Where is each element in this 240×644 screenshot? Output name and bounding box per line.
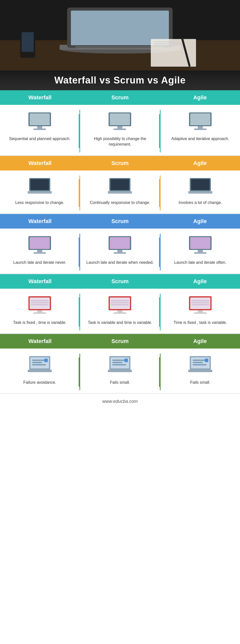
icon-row3-2	[188, 236, 213, 255]
header-col-row2-1: Scrum	[80, 156, 160, 170]
svg-rect-57	[111, 300, 129, 301]
content-col-row2-0: Less responsive to change.	[0, 176, 80, 210]
hero-image	[0, 0, 240, 70]
content-col-row1-0: Sequential and planned approach.	[0, 110, 80, 152]
icon-row2-0	[27, 178, 52, 195]
section-header-row3: WaterfallScrumAgile	[0, 214, 240, 229]
icon-row2-1	[107, 178, 132, 195]
header-col-row1-2: Agile	[160, 90, 240, 105]
text-row5-1: Fails small.	[110, 380, 130, 385]
header-col-row1-1: Scrum	[80, 90, 160, 105]
header-col-row3-2: Agile	[160, 214, 240, 229]
icon-row3-1	[107, 236, 132, 255]
content-col-row3-1: Launch late and iterate when needed.	[80, 234, 160, 270]
svg-rect-79	[112, 362, 122, 363]
content-col-row1-1: High possibility to change the requireme…	[80, 110, 160, 152]
icon-row2-2	[188, 178, 213, 195]
content-col-row2-2: Involves a lot of change.	[161, 176, 240, 210]
svg-rect-25	[198, 126, 203, 128]
section-header-row4: WaterfallScrumAgile	[0, 274, 240, 289]
svg-rect-65	[191, 302, 209, 303]
svg-rect-74	[44, 359, 48, 362]
text-row3-1: Launch late and iterate when needed.	[86, 260, 154, 265]
svg-rect-46	[198, 250, 203, 252]
text-row4-2: Time is fixed , task is variable.	[173, 320, 227, 325]
svg-rect-88	[205, 359, 208, 362]
text-row3-0: Launch late and iterate never.	[13, 260, 66, 265]
header-col-row5-1: Scrum	[80, 334, 160, 349]
content-col-row5-2: Fails small.	[161, 354, 240, 390]
section-header-row1: WaterfallScrumAgile	[0, 90, 240, 105]
svg-rect-72	[32, 362, 42, 363]
svg-rect-59	[111, 304, 129, 305]
icon-row1-1	[107, 112, 132, 132]
footer: www.educba.com	[0, 394, 240, 408]
svg-rect-87	[193, 364, 207, 365]
content-row-row2: Less responsive to change. Continually r…	[0, 170, 240, 213]
svg-rect-52	[31, 304, 49, 305]
text-row4-1: Task is variable and time is variable.	[88, 320, 152, 325]
svg-rect-34	[191, 179, 210, 190]
svg-rect-18	[33, 128, 46, 130]
svg-rect-39	[33, 252, 46, 254]
svg-rect-61	[114, 312, 126, 314]
svg-rect-85	[193, 360, 205, 361]
section-row1: WaterfallScrumAgile Sequential and plann…	[0, 90, 240, 156]
svg-rect-67	[198, 310, 203, 312]
icon-row1-2	[188, 112, 213, 132]
svg-rect-51	[31, 302, 49, 303]
page-title: Waterfall vs Scrum vs Agile	[0, 75, 240, 86]
svg-rect-42	[117, 250, 122, 252]
svg-rect-78	[112, 360, 125, 361]
header-col-row5-0: Waterfall	[0, 334, 80, 349]
header-col-row4-2: Agile	[160, 274, 240, 289]
header-col-row2-0: Waterfall	[0, 156, 80, 170]
svg-rect-22	[114, 128, 126, 130]
svg-rect-38	[37, 250, 42, 252]
header-col-row5-2: Agile	[160, 334, 240, 349]
svg-rect-54	[33, 312, 46, 314]
text-row5-2: Fails small.	[190, 380, 210, 385]
icon-row5-2	[188, 356, 213, 375]
svg-rect-32	[108, 191, 132, 194]
content-col-row5-0: Failure avoidance.	[0, 354, 80, 390]
content-col-row2-1: Continually responsive to change.	[80, 176, 160, 210]
text-row2-1: Continually responsive to change.	[90, 200, 150, 205]
content-col-row1-2: Adaptive and iterative approach.	[161, 110, 240, 152]
svg-rect-7	[78, 48, 161, 49]
icon-row1-0	[27, 112, 52, 132]
header-col-row4-1: Scrum	[80, 274, 160, 289]
svg-rect-6	[75, 47, 163, 47]
svg-rect-82	[108, 370, 132, 372]
svg-rect-73	[32, 364, 46, 365]
section-row3: WaterfallScrumAgile Launch late and iter…	[0, 214, 240, 274]
content-col-row3-2: Launch late and iterate often.	[161, 234, 240, 270]
svg-rect-28	[30, 179, 49, 190]
footer-url: www.educba.com	[102, 399, 138, 404]
icon-row4-0	[27, 296, 52, 315]
text-row2-0: Less responsive to change.	[15, 200, 64, 205]
svg-rect-9	[153, 41, 173, 42]
svg-rect-17	[37, 126, 42, 128]
content-col-row5-1: Fails small.	[80, 354, 160, 390]
svg-rect-31	[111, 179, 129, 190]
icon-row5-1	[107, 356, 132, 375]
text-row1-0: Sequential and planned approach.	[9, 136, 70, 142]
section-row4: WaterfallScrumAgile Task is fixed , time…	[0, 274, 240, 334]
svg-rect-20	[110, 113, 130, 125]
icon-row5-0	[27, 356, 52, 375]
text-row3-2: Launch late and iterate often.	[174, 260, 226, 265]
header-col-row4-0: Waterfall	[0, 274, 80, 289]
svg-rect-50	[31, 300, 49, 301]
svg-rect-60	[117, 310, 122, 312]
content-col-row4-2: Time is fixed , task is variable.	[161, 294, 240, 330]
svg-rect-89	[188, 370, 212, 372]
svg-rect-75	[28, 370, 52, 372]
icon-row3-0	[27, 236, 52, 255]
text-row5-0: Failure avoidance.	[23, 380, 56, 385]
svg-rect-80	[112, 364, 126, 365]
svg-rect-86	[193, 362, 203, 363]
svg-rect-10	[153, 44, 183, 44]
svg-rect-14	[22, 32, 34, 52]
svg-rect-66	[191, 304, 209, 305]
